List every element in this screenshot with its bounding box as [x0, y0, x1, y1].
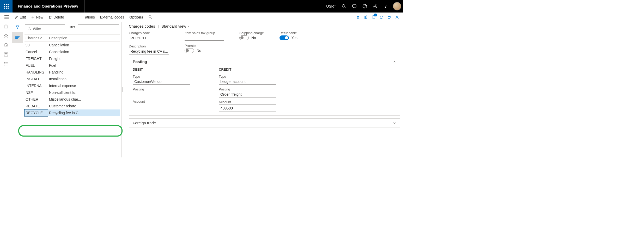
svg-point-16 — [385, 7, 386, 8]
smile-icon — [362, 4, 367, 9]
posting-header[interactable]: Posting — [129, 57, 400, 66]
close-button[interactable] — [395, 15, 399, 19]
debit-posting-input[interactable] — [133, 92, 190, 97]
grid-row[interactable]: CancelCancellation — [25, 48, 120, 55]
svg-rect-24 — [388, 16, 390, 19]
splitter[interactable] — [121, 22, 125, 157]
related-info-toggle[interactable] — [12, 32, 23, 43]
shipping-toggle[interactable] — [239, 35, 249, 40]
gear-icon — [373, 4, 378, 9]
pencil-icon — [15, 15, 18, 19]
filter-pane-toggle[interactable] — [12, 22, 23, 32]
popout-button[interactable] — [387, 15, 391, 19]
svg-rect-6 — [4, 8, 5, 9]
col-desc[interactable]: Description — [48, 35, 120, 41]
grid-row[interactable]: OTHERMiscellanous char... — [25, 96, 120, 103]
svg-line-23 — [151, 17, 152, 19]
svg-rect-7 — [6, 8, 7, 9]
tax-group-input[interactable] — [185, 35, 224, 41]
external-codes-button[interactable]: External codes — [98, 14, 127, 20]
svg-rect-0 — [4, 4, 5, 5]
svg-point-15 — [375, 6, 376, 7]
popout-icon — [387, 15, 391, 19]
posting-body: DEBIT TypeCustomer/Vendor Posting Accoun… — [129, 66, 400, 115]
documents-button[interactable]: 0 — [372, 15, 376, 19]
messages-button[interactable] — [349, 0, 360, 13]
svg-rect-3 — [4, 6, 5, 7]
grid-row[interactable]: NSFNon-sufficient fu... — [25, 89, 120, 96]
feedback-button[interactable] — [360, 0, 370, 13]
grid-row[interactable]: INTERNALInternal expense — [25, 82, 120, 89]
hamburger-icon — [4, 15, 9, 19]
grid-row[interactable]: HANDLINGHandling — [25, 69, 120, 76]
credit-posting-input[interactable]: Order, freight — [219, 92, 276, 97]
foreign-trade-section: Foreign trade — [129, 118, 400, 127]
description-input[interactable]: Recycling fee in CA s... — [129, 49, 169, 54]
svg-rect-30 — [4, 55, 8, 56]
workspaces-nav[interactable] — [4, 52, 8, 57]
translations-button[interactable]: Translationsations — [75, 14, 98, 20]
foreign-trade-title: Foreign trade — [133, 121, 156, 125]
grid-row[interactable]: FUELFuel — [25, 62, 120, 69]
grid-row[interactable]: 99Cancellation — [25, 42, 120, 48]
view-selector[interactable]: Standard view — [161, 24, 190, 28]
recent-nav[interactable] — [4, 43, 8, 47]
svg-rect-1 — [6, 4, 7, 5]
chevron-down-icon — [393, 121, 396, 125]
help-button[interactable] — [380, 0, 391, 13]
grid-row[interactable]: INSTALLInstallation — [25, 76, 120, 82]
debit-header: DEBIT — [133, 68, 190, 71]
lines-icon — [15, 36, 20, 39]
options-tab[interactable]: Options — [127, 14, 146, 20]
settings-button[interactable] — [370, 0, 380, 13]
svg-line-10 — [344, 7, 346, 8]
environment-label: USRT — [326, 4, 336, 8]
svg-point-12 — [363, 4, 367, 8]
favorites-nav[interactable] — [4, 33, 8, 38]
modules-nav[interactable] — [4, 62, 8, 66]
search-icon — [27, 27, 31, 30]
search-button[interactable] — [339, 0, 349, 13]
close-icon — [395, 15, 399, 19]
doc-badge: 0 — [374, 14, 377, 16]
delete-label: Delete — [53, 15, 64, 19]
credit-account-input[interactable] — [219, 105, 276, 112]
field-charges-code: Charges code RECYCLE — [129, 31, 169, 41]
plus-icon — [31, 15, 35, 19]
new-label: New — [36, 15, 43, 19]
new-button[interactable]: New — [28, 14, 46, 20]
svg-rect-11 — [353, 5, 356, 7]
chat-icon — [352, 4, 357, 9]
refresh-button[interactable] — [379, 15, 384, 19]
grid-row[interactable]: FREIGHTFreight — [25, 55, 120, 62]
modules-icon — [4, 62, 8, 66]
user-avatar[interactable] — [393, 2, 401, 10]
charges-code-input[interactable]: RECYCLE — [129, 35, 169, 41]
detail-panel: Charges codes | Standard view Charges co… — [125, 22, 403, 157]
debit-account-input[interactable] — [133, 104, 190, 111]
app-title: Finance and Operations Preview — [13, 0, 85, 13]
app-launcher[interactable] — [0, 0, 13, 13]
home-nav[interactable] — [4, 24, 8, 29]
field-tax-group: Item sales tax group — [185, 31, 224, 41]
col-code[interactable]: Charges c... — [25, 35, 48, 41]
delete-button[interactable]: Delete — [46, 14, 66, 20]
field-description: Description Recycling fee in CA s... — [129, 44, 169, 54]
grid-row-selected[interactable]: RECYCLERecycling fee in C... — [25, 109, 120, 116]
credit-type-input[interactable]: Ledger account — [219, 79, 276, 85]
nav-toggle[interactable] — [2, 15, 12, 19]
office-button[interactable] — [364, 15, 368, 19]
prorate-toggle[interactable] — [185, 48, 194, 53]
search-icon — [148, 15, 152, 19]
debit-type-input[interactable]: Customer/Vendor — [133, 79, 190, 85]
field-shipping: Shipping charge No — [239, 31, 264, 40]
grid-row[interactable]: REBATECustomer rebate — [25, 103, 120, 109]
refundable-toggle[interactable] — [280, 35, 289, 40]
options-label: Options — [129, 15, 143, 19]
find-button[interactable] — [146, 14, 155, 20]
edit-button[interactable]: Edit — [12, 14, 28, 20]
charges-grid: Charges c... Description 99Cancellation … — [25, 34, 120, 116]
attach-button[interactable] — [356, 15, 360, 19]
foreign-trade-header[interactable]: Foreign trade — [129, 119, 400, 127]
debit-column: DEBIT TypeCustomer/Vendor Posting Accoun… — [133, 68, 190, 112]
